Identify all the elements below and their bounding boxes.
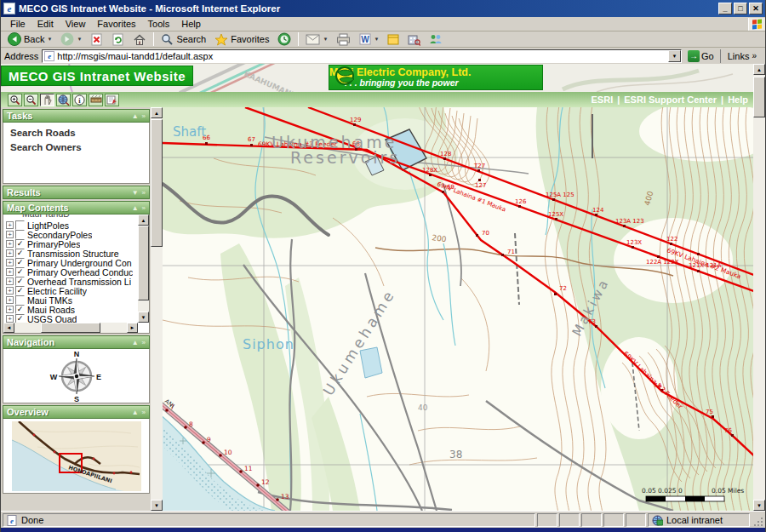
esri-support-link[interactable]: ESRI Support Center: [624, 94, 717, 105]
expand-icon[interactable]: ▼: [132, 189, 139, 197]
forward-button[interactable]: ▼: [57, 31, 85, 47]
compass-west-label: W: [49, 372, 57, 380]
collapse-icon[interactable]: ▲: [132, 112, 139, 120]
layer-checkbox[interactable]: ✓: [15, 314, 25, 323]
scrollbar-thumb[interactable]: [151, 119, 163, 247]
messenger-button[interactable]: [426, 31, 446, 47]
scroll-down-icon[interactable]: ▼: [753, 500, 765, 511]
expand-plus-icon[interactable]: +: [6, 277, 14, 285]
expand-plus-icon[interactable]: +: [6, 287, 14, 295]
layer-list-vertical-scrollbar[interactable]: ▲ ▼: [138, 215, 149, 323]
favorites-button[interactable]: Favorites: [211, 31, 272, 47]
menu-file[interactable]: File: [4, 18, 31, 30]
expand-plus-icon[interactable]: +: [6, 268, 14, 276]
search-button[interactable]: Search: [157, 31, 209, 47]
layer-checkbox[interactable]: [15, 295, 25, 305]
expand-plus-icon[interactable]: +: [6, 221, 14, 229]
minimize-button[interactable]: _: [718, 3, 732, 14]
layer-checkbox[interactable]: ✓: [15, 249, 25, 258]
help-link[interactable]: Help: [728, 94, 748, 105]
svg-text:0.05: 0.05: [642, 487, 656, 495]
go-button[interactable]: → Go: [685, 50, 717, 62]
layer-checkbox[interactable]: [15, 230, 25, 239]
full-extent-button[interactable]: [56, 94, 71, 106]
panel-menu-icon[interactable]: »: [142, 189, 146, 197]
page-scrollbar[interactable]: ▲ ▼: [753, 64, 765, 511]
menu-edit[interactable]: Edit: [31, 18, 60, 30]
svg-text:67: 67: [248, 136, 255, 143]
tasks-panel-header[interactable]: Tasks ▲ »: [3, 109, 150, 123]
links-button[interactable]: Links »: [720, 49, 762, 63]
close-button[interactable]: ✕: [749, 3, 763, 14]
expand-plus-icon[interactable]: +: [6, 249, 14, 257]
history-button[interactable]: [274, 31, 294, 47]
layer-checkbox[interactable]: ✓: [15, 239, 25, 249]
layer-row-usgs-quad: +✓USGS Quad: [3, 314, 138, 323]
overview-map[interactable]: HONOAPIILANI: [12, 421, 141, 491]
results-panel-header[interactable]: Results ▼ »: [3, 186, 150, 199]
collapse-icon[interactable]: ▲: [132, 409, 139, 416]
layer-checkbox[interactable]: ✓: [15, 258, 25, 267]
panel-menu-icon[interactable]: »: [142, 112, 146, 120]
research-button[interactable]: [404, 31, 424, 47]
resize-grip[interactable]: [752, 513, 763, 527]
scrollbar-thumb[interactable]: [41, 323, 100, 333]
mail-button[interactable]: ▼: [302, 31, 331, 47]
search-roads-link[interactable]: Search Roads: [3, 125, 149, 140]
menu-help[interactable]: Help: [175, 18, 207, 30]
address-dropdown-button[interactable]: ▼: [668, 50, 681, 62]
panel-menu-icon[interactable]: »: [142, 204, 146, 212]
compass-rose[interactable]: N E S W: [44, 350, 109, 403]
expand-plus-icon[interactable]: +: [6, 240, 14, 248]
navigation-panel-header[interactable]: Navigation ▲ »: [3, 335, 150, 349]
scroll-up-icon[interactable]: ▲: [151, 107, 163, 118]
menu-view[interactable]: View: [60, 18, 92, 30]
layer-checkbox[interactable]: [15, 220, 25, 230]
stop-button[interactable]: [87, 31, 106, 47]
map-viewport[interactable]: 66 67 68 69 70 71 72 73 74 75 76 12: [163, 107, 755, 511]
zoom-in-button[interactable]: [8, 94, 22, 106]
collapse-icon[interactable]: ▲: [132, 204, 139, 212]
expand-plus-icon[interactable]: +: [6, 296, 14, 304]
pan-button[interactable]: [40, 94, 54, 106]
identify-button[interactable]: i: [72, 94, 87, 106]
maximize-button[interactable]: □: [734, 3, 747, 14]
home-button[interactable]: [129, 31, 150, 47]
layer-list-horizontal-scrollbar[interactable]: ◄ ►: [3, 323, 138, 333]
scroll-down-icon[interactable]: ▼: [151, 500, 163, 511]
notes-button[interactable]: [384, 31, 403, 47]
search-owners-link[interactable]: Search Owners: [3, 140, 149, 154]
print-button[interactable]: [333, 31, 354, 47]
scroll-up-icon[interactable]: ▲: [753, 64, 765, 75]
layer-checkbox[interactable]: ✓: [15, 267, 25, 277]
back-button[interactable]: Back▼: [4, 31, 55, 47]
expand-plus-icon[interactable]: +: [6, 306, 14, 313]
sidebar-scrollbar[interactable]: ▲ ▼: [151, 107, 163, 511]
collapse-icon[interactable]: ▲: [132, 339, 139, 346]
edit-word-button[interactable]: W ▼: [356, 31, 382, 47]
refresh-button[interactable]: [108, 31, 128, 47]
map-contents-panel-header[interactable]: Map Contents ▲ »: [3, 201, 150, 215]
layer-checkbox[interactable]: ✓: [15, 277, 25, 286]
zoom-out-button[interactable]: [24, 94, 38, 106]
overview-panel-header[interactable]: Overview ▲ »: [3, 405, 150, 419]
expand-plus-icon[interactable]: +: [6, 315, 14, 323]
export-button[interactable]: [105, 94, 119, 106]
scroll-down-icon[interactable]: ▼: [138, 312, 149, 323]
scroll-up-icon[interactable]: ▲: [138, 215, 149, 226]
expand-plus-icon[interactable]: +: [6, 231, 14, 238]
scrollbar-thumb[interactable]: [753, 77, 765, 117]
scroll-left-icon[interactable]: ◄: [3, 323, 14, 333]
menu-tools[interactable]: Tools: [142, 18, 176, 30]
scrollbar-thumb[interactable]: [138, 226, 149, 300]
esri-link[interactable]: ESRI: [592, 94, 614, 105]
measure-button[interactable]: [89, 94, 103, 106]
panel-menu-icon[interactable]: »: [142, 409, 146, 416]
layer-checkbox[interactable]: ✓: [15, 286, 25, 295]
panel-menu-icon[interactable]: »: [142, 339, 146, 346]
address-input[interactable]: e http://msgis/maui-tandd1/default.aspx …: [42, 49, 682, 63]
menu-favorites[interactable]: Favorites: [91, 18, 141, 30]
scroll-right-icon[interactable]: ►: [127, 323, 138, 333]
layer-checkbox[interactable]: ✓: [15, 305, 25, 314]
expand-plus-icon[interactable]: +: [6, 259, 14, 266]
